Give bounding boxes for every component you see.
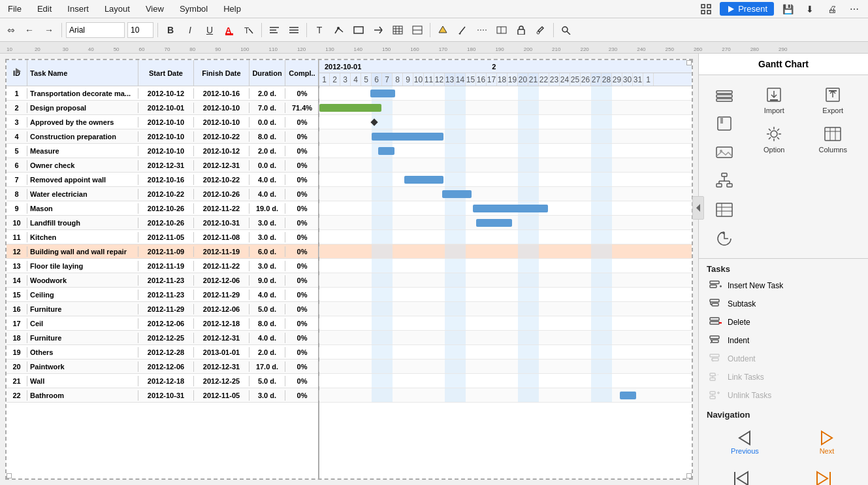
cell-dur-4: 8.0 d. <box>249 131 285 142</box>
download-icon[interactable]: ⬇ <box>801 1 818 18</box>
gantt-row-13[interactable]: 13 Floor tile laying 2012-11-19 2012-11-… <box>7 259 318 273</box>
panel-icon-image[interactable] <box>705 139 744 165</box>
gantt-row-14[interactable]: 14 Woodwork 2012-11-23 2012-12-06 9.0 d.… <box>7 273 318 288</box>
panel-icon-layers[interactable] <box>705 82 744 108</box>
link-button[interactable] <box>409 22 426 39</box>
connect-button[interactable] <box>330 22 347 39</box>
panel-export-btn[interactable]: Export <box>813 82 852 117</box>
search-button[interactable] <box>558 22 575 39</box>
panel-import-btn[interactable]: Import <box>754 82 794 117</box>
col-highlight <box>528 230 539 244</box>
col-highlight <box>455 144 466 158</box>
nav-goto-finish-btn[interactable]: Go to Finish <box>796 468 850 485</box>
col-highlight <box>528 316 539 330</box>
align-justify-button[interactable] <box>285 22 302 39</box>
cell-task-17: Ceil <box>27 318 138 329</box>
menu-view[interactable]: View <box>143 3 167 15</box>
font-name-input[interactable] <box>66 22 125 38</box>
svg-rect-37 <box>716 91 732 93</box>
font-color-button[interactable]: A <box>221 22 238 39</box>
gantt-row-10[interactable]: 10 Landfill trough 2012-10-26 2012-10-31… <box>7 216 318 230</box>
collapse-button[interactable]: ⇔ <box>4 23 18 37</box>
right-panel-collapse[interactable] <box>698 196 704 220</box>
text-button[interactable]: T <box>311 22 328 39</box>
gantt-row-19[interactable]: 19 Others 2012-12-28 2013-01-01 2.0 d. 0… <box>7 345 318 360</box>
resize-handle-bl[interactable] <box>7 473 12 478</box>
gantt-row-9[interactable]: 9 Mason 2012-10-26 2012-11-22 19.0 d. 0% <box>7 201 318 216</box>
undo-button[interactable]: ← <box>21 22 38 39</box>
task-unlink[interactable]: Unlink Tasks <box>699 386 868 405</box>
shape2-button[interactable] <box>370 22 387 39</box>
gantt-row-4[interactable]: 4 Construction preparation 2012-10-10 20… <box>7 129 318 144</box>
gantt-row-21[interactable]: 21 Wall 2012-12-18 2012-12-25 5.0 d. 0% <box>7 374 318 388</box>
gantt-row-7[interactable]: 7 Removed appoint wall 2012-10-16 2012-1… <box>7 173 318 187</box>
task-delete[interactable]: Delete <box>699 313 868 331</box>
gantt-row-15[interactable]: 15 Ceiling 2012-11-23 2012-11-29 4.0 d. … <box>7 288 318 302</box>
col-highlight <box>445 244 455 258</box>
panel-option-btn[interactable]: Option <box>754 121 794 156</box>
gantt-row-11[interactable]: 11 Kitchen 2012-11-05 2012-11-08 3.0 d. … <box>7 230 318 244</box>
gantt-row-3[interactable]: 3 Approved by the owners 2012-10-10 2012… <box>7 115 318 129</box>
col-highlight <box>372 331 382 344</box>
chart-row-19 <box>319 345 692 360</box>
menu-insert[interactable]: Insert <box>65 3 91 15</box>
nav-goto-start-btn[interactable]: Go to Start <box>716 468 767 485</box>
task-insert-new[interactable]: Insert New Task <box>699 276 868 295</box>
shape-button[interactable] <box>350 22 367 39</box>
gantt-row-2[interactable]: 2 Design proposal 2012-10-01 2012-10-10 … <box>7 101 318 115</box>
underline-button[interactable]: U <box>201 22 218 39</box>
cell-compl-9: 0% <box>285 203 319 214</box>
task-subtask[interactable]: Subtask <box>699 295 868 313</box>
gantt-row-20[interactable]: 20 Paintwork 2012-12-06 2012-12-31 17.0 … <box>7 360 318 374</box>
panel-icon-table2[interactable] <box>705 197 744 223</box>
task-outdent[interactable]: Outdent <box>699 350 868 368</box>
panel-icon-history[interactable] <box>705 226 744 252</box>
gantt-row-16[interactable]: 16 Furniture 2012-11-29 2012-12-06 5.0 d… <box>7 302 318 316</box>
lock-button[interactable] <box>513 22 530 39</box>
task-link[interactable]: Link Tasks <box>699 368 868 386</box>
resize-handle-tr[interactable] <box>686 60 692 65</box>
task-indent[interactable]: Indent <box>699 331 868 350</box>
col-highlight <box>518 173 528 186</box>
chart-row-1 <box>319 86 692 101</box>
redo-button[interactable]: → <box>40 22 57 39</box>
share-icon[interactable]: ⋯ <box>846 1 863 18</box>
fill-button[interactable] <box>434 22 451 39</box>
gantt-row-1[interactable]: 1 Transportation decorate ma... 2012-10-… <box>7 86 318 101</box>
menu-layout[interactable]: Layout <box>102 3 133 15</box>
gantt-row-6[interactable]: 6 Owner check 2012-12-31 2012-12-31 0.0 … <box>7 158 318 173</box>
col-highlight <box>528 173 539 186</box>
table-button[interactable] <box>389 22 406 39</box>
col-highlight <box>455 216 466 229</box>
gantt-row-8[interactable]: 8 Water electrician 2012-10-22 2012-10-2… <box>7 187 318 201</box>
text-format-button[interactable]: T <box>240 22 257 39</box>
resize-handle-br[interactable] <box>686 473 692 478</box>
left-collapse-arrow[interactable] <box>12 65 24 77</box>
fullscreen-icon[interactable] <box>698 1 715 18</box>
align-left-button[interactable] <box>266 22 283 39</box>
menu-symbol[interactable]: Symbol <box>177 3 210 15</box>
gantt-row-5[interactable]: 5 Measure 2012-10-10 2012-10-12 2.0 d. 0… <box>7 144 318 158</box>
nav-previous-btn[interactable]: Previous <box>723 427 767 458</box>
italic-button[interactable]: I <box>182 22 199 39</box>
menu-edit[interactable]: Edit <box>35 3 54 15</box>
mask-button[interactable] <box>493 22 510 39</box>
print-icon[interactable]: 🖨 <box>824 1 841 18</box>
gantt-row-12[interactable]: 12 Building wall and wall repair 2012-11… <box>7 244 318 259</box>
menu-help[interactable]: Help <box>221 3 244 15</box>
panel-columns-btn[interactable]: Columns <box>813 121 852 156</box>
present-button[interactable]: Present <box>720 2 774 16</box>
gantt-row-18[interactable]: 18 Furniture 2012-12-25 2012-12-31 4.0 d… <box>7 331 318 345</box>
panel-icon-org[interactable] <box>705 168 744 194</box>
menu-file[interactable]: File <box>5 3 24 15</box>
pen-button[interactable] <box>454 22 471 39</box>
panel-icon-bookmark[interactable] <box>705 110 744 137</box>
font-size-input[interactable] <box>127 22 153 38</box>
gantt-row-22[interactable]: 22 Bathroom 2012-10-31 2012-11-05 3.0 d.… <box>7 388 318 403</box>
gantt-row-17[interactable]: 17 Ceil 2012-12-06 2012-12-18 8.0 d. 0% <box>7 316 318 331</box>
save-icon[interactable]: 💾 <box>779 1 796 18</box>
dots-button[interactable] <box>474 22 490 39</box>
tools-button[interactable] <box>532 22 549 39</box>
nav-next-btn[interactable]: Next <box>810 427 844 458</box>
bold-button[interactable]: B <box>162 22 179 39</box>
